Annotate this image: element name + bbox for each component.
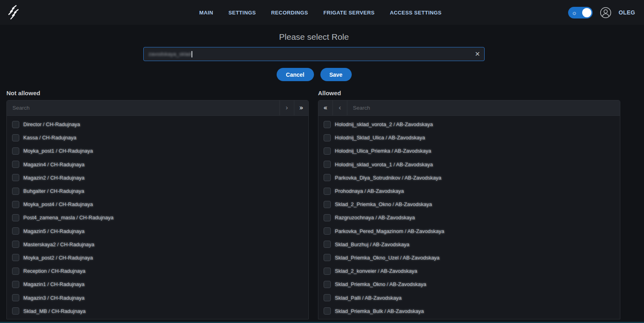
- toggle-knob: [582, 8, 591, 17]
- list-item[interactable]: Magazin1 / CH-Radujnaya: [7, 278, 308, 291]
- item-checkbox[interactable]: [324, 174, 331, 181]
- role-input-value: zavodskaya_sklad: [149, 51, 191, 57]
- move-all-left-button[interactable]: «: [318, 100, 333, 115]
- list-item[interactable]: Moyka_post4 / CH-Radujnaya: [7, 198, 308, 211]
- item-checkbox[interactable]: [12, 121, 19, 128]
- list-item[interactable]: Buhgalter / CH-Radujnaya: [7, 184, 308, 198]
- allowed-search-input[interactable]: [347, 100, 620, 115]
- item-label: Sklad_Priemka_Okno / AB-Zavodskaya: [335, 281, 426, 287]
- item-checkbox[interactable]: [324, 268, 331, 275]
- item-label: Parkovka_Pered_Magazinom / AB-Zavodskaya: [335, 228, 444, 234]
- item-checkbox[interactable]: [12, 161, 19, 168]
- item-label: Sklad_Priemka_Bulk / AB-Zavodskaya: [335, 308, 424, 314]
- not-allowed-search-input[interactable]: [7, 100, 279, 115]
- item-checkbox[interactable]: [12, 134, 19, 141]
- list-item[interactable]: Sklad_Priemka_Okno_Uzel / AB-Zavodskaya: [318, 251, 620, 264]
- not-allowed-list: Director / CH-Radujnaya Kassa / CH-Raduj…: [7, 116, 308, 319]
- nav-link[interactable]: ACCESS SETTINGS: [390, 10, 442, 16]
- role-input[interactable]: zavodskaya_sklad ✕: [143, 47, 485, 61]
- list-item[interactable]: Holodnij_sklad_vorota_1 / AB-Zavodskaya: [318, 158, 620, 171]
- list-item[interactable]: Sklad_MB / CH-Radujnaya: [7, 305, 308, 318]
- item-label: Moyka_post1 / CH-Radujnaya: [23, 148, 93, 154]
- list-item[interactable]: Sklad_Palli / AB-Zavodskaya: [318, 291, 620, 304]
- list-item[interactable]: Holodnij_Ulica_Priemka / AB-Zavodskaya: [318, 144, 620, 157]
- list-item[interactable]: Post4_zamena_masla / CH-Radujnaya: [7, 211, 308, 224]
- item-checkbox[interactable]: [12, 188, 19, 195]
- item-label: Moyka_post4 / CH-Radujnaya: [23, 201, 93, 207]
- item-label: Sklad_Palli / AB-Zavodskaya: [335, 295, 401, 301]
- item-checkbox[interactable]: [12, 174, 19, 181]
- item-checkbox[interactable]: [324, 254, 331, 261]
- item-checkbox[interactable]: [12, 241, 19, 248]
- list-item[interactable]: Parkovka_Pered_Magazinom / AB-Zavodskaya: [318, 225, 620, 238]
- item-label: Magazin1 / CH-Radujnaya: [23, 281, 84, 287]
- list-item[interactable]: Sklad_Priemka_Okno / AB-Zavodskaya: [318, 278, 620, 291]
- list-item[interactable]: Parkovka_Dlya_Sotrudnikov / AB-Zavodskay…: [318, 171, 620, 184]
- list-item[interactable]: Magazin3 / CH-Radujnaya: [7, 291, 308, 304]
- list-item[interactable]: Holodnij_sklad_vorota_2 / AB-Zavodskaya: [318, 118, 620, 131]
- sun-icon: ☼: [572, 10, 577, 16]
- nav-link[interactable]: SETTINGS: [228, 10, 256, 16]
- nav-link[interactable]: FRIGATE SERVERS: [323, 10, 375, 16]
- allowed-box: « ‹ Holodnij_sklad_vorota_2 / AB-Zavodsk…: [318, 100, 620, 319]
- item-checkbox[interactable]: [324, 147, 331, 155]
- list-item[interactable]: Sklad_Burzhuj / AB-Zavodskaya: [318, 238, 620, 251]
- item-label: Holodnij_Ulica_Priemka / AB-Zavodskaya: [335, 148, 431, 154]
- item-checkbox[interactable]: [324, 241, 331, 248]
- item-checkbox[interactable]: [12, 254, 19, 261]
- page-title: Please select Role: [0, 32, 628, 42]
- user-avatar-icon[interactable]: [600, 7, 611, 18]
- item-checkbox[interactable]: [12, 214, 19, 221]
- item-checkbox[interactable]: [12, 227, 19, 235]
- list-item[interactable]: Moyka_post1 / CH-Radujnaya: [7, 144, 308, 157]
- item-checkbox[interactable]: [12, 147, 19, 155]
- clear-input-button[interactable]: ✕: [475, 51, 480, 57]
- nav-link[interactable]: RECORDINGS: [271, 10, 308, 16]
- list-item[interactable]: Magazin2 / CH-Radujnaya: [7, 171, 308, 184]
- list-item[interactable]: Director / CH-Radujnaya: [7, 118, 308, 131]
- item-checkbox[interactable]: [324, 294, 331, 301]
- list-item[interactable]: Masterskaya2 / CH-Radujnaya: [7, 238, 308, 251]
- list-item[interactable]: Magazin4 / CH-Radujnaya: [7, 158, 308, 171]
- not-allowed-heading: Not allowed: [6, 90, 309, 96]
- item-checkbox[interactable]: [324, 227, 331, 235]
- move-selected-left-button[interactable]: ‹: [333, 100, 347, 115]
- nav-link[interactable]: MAIN: [199, 10, 213, 16]
- list-item[interactable]: Sklad_Priemka_Bulk / AB-Zavodskaya: [318, 305, 620, 318]
- item-label: Sklad_2_konveier / AB-Zavodskaya: [335, 268, 417, 274]
- list-item[interactable]: Magazin5 / CH-Radujnaya: [7, 225, 308, 238]
- save-button[interactable]: Save: [320, 68, 352, 81]
- move-all-right-button[interactable]: »: [294, 100, 308, 115]
- move-selected-right-button[interactable]: ›: [279, 100, 294, 115]
- list-item[interactable]: Reception / CH-Radujnaya: [7, 264, 308, 278]
- theme-toggle[interactable]: ☼: [568, 7, 593, 18]
- item-label: Moyka_post2 / CH-Radujnaya: [23, 255, 93, 261]
- list-item[interactable]: Holodnij_Sklad_Ulica / AB-Zavodskaya: [318, 131, 620, 144]
- item-checkbox[interactable]: [324, 161, 331, 168]
- item-label: Magazin4 / CH-Radujnaya: [23, 162, 84, 168]
- item-checkbox[interactable]: [12, 281, 19, 288]
- list-item[interactable]: Kassa / CH-Radujnaya: [7, 131, 308, 144]
- list-item[interactable]: Moyka_post2 / CH-Radujnaya: [7, 251, 308, 264]
- item-checkbox[interactable]: [12, 307, 19, 315]
- item-checkbox[interactable]: [324, 214, 331, 221]
- list-item[interactable]: Sklad_2_konveier / AB-Zavodskaya: [318, 264, 620, 278]
- list-item[interactable]: Prohodnaya / AB-Zavodskaya: [318, 184, 620, 198]
- allowed-toolbar: « ‹: [318, 100, 620, 116]
- item-checkbox[interactable]: [12, 294, 19, 301]
- item-checkbox[interactable]: [324, 201, 331, 208]
- item-checkbox[interactable]: [324, 281, 331, 288]
- item-label: Masterskaya2 / CH-Radujnaya: [23, 241, 94, 247]
- cancel-button[interactable]: Cancel: [277, 68, 314, 81]
- list-item[interactable]: Sklad_2_Priemka_Okno / AB-Zavodskaya: [318, 198, 620, 211]
- item-checkbox[interactable]: [324, 188, 331, 195]
- item-label: Razgruzochnaya / AB-Zavodskaya: [335, 215, 415, 221]
- list-item[interactable]: Razgruzochnaya / AB-Zavodskaya: [318, 211, 620, 224]
- app-logo-icon[interactable]: [6, 4, 22, 20]
- username[interactable]: OLEG: [619, 9, 635, 16]
- item-checkbox[interactable]: [12, 268, 19, 275]
- item-checkbox[interactable]: [324, 134, 331, 141]
- item-checkbox[interactable]: [324, 121, 331, 128]
- item-checkbox[interactable]: [324, 307, 331, 315]
- item-checkbox[interactable]: [12, 201, 19, 208]
